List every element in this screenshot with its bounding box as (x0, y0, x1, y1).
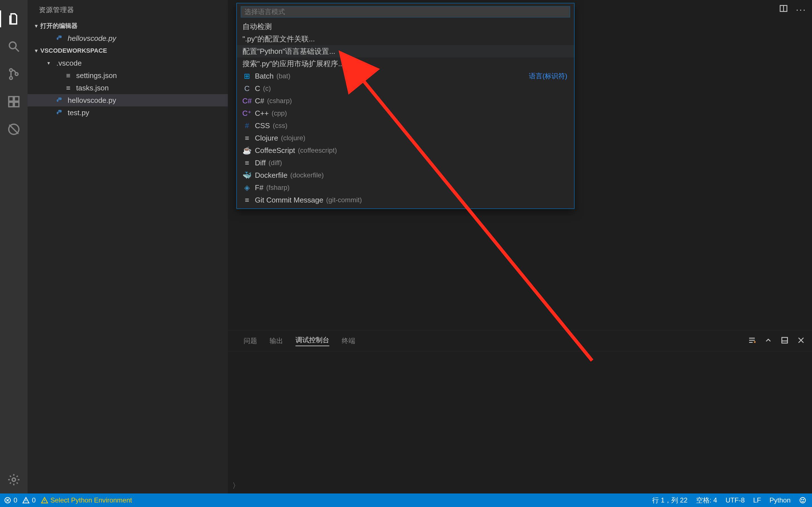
language-name: Git Commit Message (255, 196, 323, 205)
svg-point-3 (15, 73, 18, 75)
open-editors-label: 打开的编辑器 (40, 22, 78, 30)
panel-tab-problems[interactable]: 问题 (244, 336, 257, 345)
quickpick-language-item[interactable]: C# C# (csharp) (237, 95, 574, 107)
panel-tab-terminal[interactable]: 终端 (342, 336, 355, 345)
activity-debug-icon[interactable] (0, 115, 28, 143)
status-feedback-icon[interactable] (799, 497, 806, 504)
language-name: C++ (255, 109, 269, 118)
tree-file-hellovscode[interactable]: hellovscode.py (28, 94, 228, 107)
status-warnings[interactable]: 0 (22, 496, 36, 504)
language-id: diff (271, 159, 280, 166)
activity-scm-icon[interactable] (0, 60, 28, 88)
quickpick-right-hint: 语言(标识符) (529, 71, 567, 80)
quickpick-language-item[interactable]: ≡ Git Commit Message (git-commit) (237, 194, 574, 206)
quickpick-language-item[interactable]: ≡ Diff (diff) (237, 157, 574, 169)
close-panel-icon[interactable] (797, 336, 805, 346)
maximize-panel-icon[interactable] (780, 336, 789, 346)
language-name: C# (255, 97, 264, 105)
panel-tab-debug-console[interactable]: 调试控制台 (296, 335, 329, 346)
svg-rect-6 (9, 102, 13, 107)
language-id: c (265, 84, 269, 92)
quickpick-input[interactable] (241, 6, 570, 17)
language-icon: C# (243, 97, 252, 105)
language-id: bat (279, 72, 288, 80)
file-label: tasks.json (76, 83, 109, 93)
language-name: CSS (255, 121, 270, 130)
tree-folder-vscode[interactable]: ▾ .vscode (28, 57, 228, 69)
clear-console-icon[interactable] (748, 336, 756, 346)
language-icon: ◈ (243, 184, 252, 191)
quickpick-language-mode: 自动检测 ".py"的配置文件关联... 配置"Python"语言基础设置...… (236, 3, 574, 209)
svg-point-2 (10, 76, 12, 79)
svg-rect-11 (782, 337, 788, 343)
workspace-label: VSCODEWORKSPACE (40, 47, 107, 54)
language-name: CoffeeScript (255, 146, 295, 155)
python-file-icon (56, 34, 64, 42)
quickpick-language-item[interactable]: ◈ F# (fsharp) (237, 181, 574, 194)
file-label: test.py (68, 108, 89, 117)
svg-point-14 (802, 499, 802, 500)
language-name: Clojure (255, 134, 278, 143)
quickpick-language-item[interactable]: ⊞ Batch (bat) 语言(标识符) (237, 70, 574, 82)
tree-file-tasks-json[interactable]: ≡ tasks.json (28, 82, 228, 94)
status-errors[interactable]: 0 (4, 496, 17, 504)
sidebar-title: 资源管理器 (28, 0, 228, 20)
status-errors-count: 0 (13, 496, 17, 504)
language-id: csharp (269, 97, 290, 105)
status-language-mode[interactable]: Python (769, 496, 791, 504)
status-indent[interactable]: 空格: 4 (696, 496, 717, 505)
language-icon: ☕ (243, 147, 252, 154)
status-ln-col[interactable]: 行 1，列 22 (652, 496, 688, 505)
more-actions-icon[interactable]: ··· (796, 4, 806, 15)
debug-console-prompt-icon[interactable]: 〉 (232, 481, 240, 491)
panel-tabs: 问题 输出 调试控制台 终端 (228, 330, 812, 351)
quickpick-language-item[interactable]: ☕ CoffeeScript (coffeescript) (237, 144, 574, 157)
svg-point-0 (9, 42, 16, 49)
language-icon: ⊞ (243, 72, 252, 80)
panel-tab-output[interactable]: 输出 (269, 336, 283, 345)
chevron-down-icon: ▾ (47, 60, 54, 66)
svg-point-9 (12, 478, 15, 482)
activity-bar (0, 0, 28, 494)
language-name: C (255, 84, 260, 93)
quickpick-item-configure-python-basics[interactable]: 配置"Python"语言基础设置... (237, 45, 574, 57)
language-icon: C⁺ (243, 110, 252, 117)
status-eol[interactable]: LF (753, 496, 761, 504)
status-bar: 0 0 Select Python Environment 行 1，列 22 空… (0, 494, 812, 507)
panel-actions (748, 336, 805, 346)
status-select-python-env[interactable]: Select Python Environment (41, 496, 132, 504)
status-encoding[interactable]: UTF-8 (725, 496, 745, 504)
quickpick-item-configure-file-assoc[interactable]: ".py"的配置文件关联... (237, 33, 574, 45)
split-editor-icon[interactable] (779, 4, 788, 15)
status-select-env-label: Select Python Environment (50, 496, 132, 504)
language-icon: # (243, 122, 252, 129)
quickpick-item-label: 搜索".py"的应用市场扩展程序... (243, 59, 344, 69)
language-name: Diff (255, 159, 266, 167)
quickpick-item-search-marketplace[interactable]: 搜索".py"的应用市场扩展程序... (237, 57, 574, 70)
python-file-icon (56, 109, 64, 117)
workspace-header[interactable]: ▾ VSCODEWORKSPACE (28, 45, 228, 57)
activity-explorer-icon[interactable] (0, 5, 28, 33)
tree-file-settings-json[interactable]: ≡ settings.json (28, 69, 228, 82)
activity-settings-icon[interactable] (0, 466, 28, 494)
open-editors-header[interactable]: ▾ 打开的编辑器 (28, 20, 228, 32)
language-id: git-commit (328, 196, 360, 204)
open-editor-item[interactable]: hellovscode.py (28, 32, 228, 45)
activity-extensions-icon[interactable] (0, 88, 28, 115)
folder-label: .vscode (56, 59, 82, 68)
quickpick-language-item[interactable]: 🐳 Dockerfile (dockerfile) (237, 169, 574, 181)
quickpick-item-label: 配置"Python"语言基础设置... (243, 47, 335, 56)
quickpick-item-auto-detect[interactable]: 自动检测 (237, 20, 574, 33)
panel: 问题 输出 调试控制台 终端 〉 (228, 330, 812, 494)
json-file-icon: ≡ (64, 71, 72, 79)
quickpick-language-item[interactable]: C⁺ C++ (cpp) (237, 107, 574, 119)
collapse-panel-icon[interactable] (764, 336, 772, 346)
tree-file-test-py[interactable]: test.py (28, 107, 228, 119)
activity-search-icon[interactable] (0, 33, 28, 60)
language-icon: ≡ (243, 134, 252, 142)
quickpick-language-item[interactable]: # CSS (css) (237, 119, 574, 132)
quickpick-language-item[interactable]: ≡ Clojure (clojure) (237, 132, 574, 144)
quickpick-language-item[interactable]: C C (c) (237, 82, 574, 95)
language-id: fsharp (268, 184, 287, 191)
language-id: clojure (283, 134, 303, 142)
